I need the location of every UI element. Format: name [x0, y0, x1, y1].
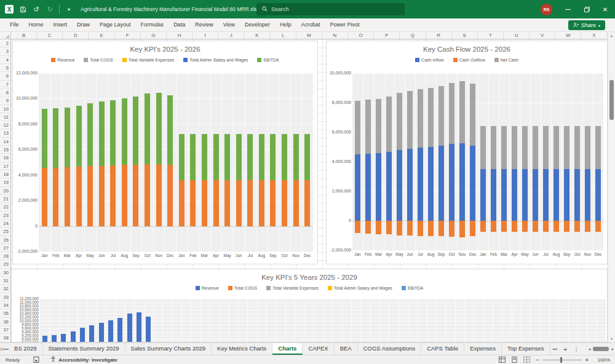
ribbon-tab-formulas[interactable]: Formulas: [136, 18, 169, 31]
ribbon-tab-draw[interactable]: Draw: [72, 18, 95, 31]
row-headers[interactable]: 2345678910111213141516171819202122232425…: [0, 39, 11, 342]
more-sheets-icon[interactable]: •••: [553, 347, 557, 351]
column-header-C[interactable]: C: [37, 32, 63, 39]
row-header-15[interactable]: 15: [0, 146, 10, 154]
column-header-E[interactable]: E: [89, 32, 114, 39]
column-header-Q[interactable]: Q: [400, 32, 426, 39]
sheet-tab-top-expenses[interactable]: Top Expenses: [502, 343, 550, 355]
row-header-23[interactable]: 23: [0, 212, 10, 220]
column-header-D[interactable]: D: [63, 32, 89, 39]
ribbon-tab-data[interactable]: Data: [169, 18, 190, 31]
save-icon[interactable]: [16, 0, 30, 18]
customize-toolbar-caret-icon[interactable]: ▾: [62, 0, 76, 18]
row-header-26[interactable]: 26: [0, 236, 10, 244]
row-header-19[interactable]: 19: [0, 178, 10, 186]
row-header-24[interactable]: 24: [0, 220, 10, 228]
sheet-tab-key-metrics-charts[interactable]: Key Metrics Charts: [212, 343, 272, 355]
normal-view-icon[interactable]: [499, 357, 506, 363]
scroll-right-icon[interactable]: ►: [611, 347, 614, 351]
column-header-T[interactable]: T: [478, 32, 504, 39]
sheet-tab-capex[interactable]: CAPEX: [303, 343, 334, 355]
ribbon-tab-file[interactable]: File: [5, 18, 24, 31]
row-header-22[interactable]: 22: [0, 203, 10, 211]
tab-menu-icon[interactable]: ⋮: [573, 346, 579, 352]
row-header-36[interactable]: 36: [0, 318, 10, 326]
undo-icon[interactable]: ↺: [30, 0, 43, 18]
column-header-F[interactable]: F: [115, 32, 141, 39]
close-button[interactable]: ✕: [596, 0, 614, 18]
row-header-10[interactable]: 10: [0, 105, 10, 113]
sheet-tab-bea[interactable]: BEA: [335, 343, 358, 355]
zoom-in-icon[interactable]: +: [585, 357, 589, 363]
ribbon-tab-acrobat[interactable]: Acrobat: [296, 18, 325, 31]
sheet-tab-cogs-assumptions[interactable]: COGS Assumptions: [358, 343, 421, 355]
row-header-2[interactable]: 2: [0, 39, 10, 47]
search-input[interactable]: Search: [256, 3, 405, 15]
ribbon-tab-insert[interactable]: Insert: [49, 18, 73, 31]
column-header-R[interactable]: R: [426, 32, 452, 39]
row-header-3[interactable]: 3: [0, 47, 10, 55]
column-header-I[interactable]: I: [192, 32, 218, 39]
vertical-scrollbar[interactable]: ▲ ▼: [608, 32, 615, 342]
sheet-tab-charts[interactable]: Charts: [272, 343, 303, 355]
column-header-N[interactable]: N: [322, 32, 348, 39]
share-button[interactable]: Share ▾: [568, 20, 605, 30]
column-header-W[interactable]: W: [555, 32, 581, 39]
row-header-33[interactable]: 33: [0, 293, 10, 301]
zoom-slider-track[interactable]: [542, 360, 582, 360]
ribbon-tab-review[interactable]: Review: [190, 18, 218, 31]
row-header-8[interactable]: 8: [0, 89, 10, 97]
chart-key-kpis-2025-2026[interactable]: Key KPI's 2025 - 2026 RevenueTotal COGST…: [12, 41, 318, 264]
chart-key-cash-flow-2025-2026[interactable]: Key Cash Flow 2025 - 2026 Cash InflowCas…: [326, 41, 608, 264]
zoom-out-icon[interactable]: −: [536, 357, 539, 363]
scroll-left-icon[interactable]: ◄: [587, 347, 591, 351]
row-header-5[interactable]: 5: [0, 64, 10, 72]
row-header-7[interactable]: 7: [0, 81, 10, 89]
column-header-L[interactable]: L: [271, 32, 296, 39]
row-header-11[interactable]: 11: [0, 113, 10, 121]
redo-icon[interactable]: ↻: [43, 0, 57, 18]
macro-record-icon[interactable]: [33, 357, 39, 363]
row-header-21[interactable]: 21: [0, 195, 10, 203]
avatar[interactable]: RS: [541, 4, 552, 15]
add-sheet-icon[interactable]: +: [563, 346, 567, 353]
row-header-18[interactable]: 18: [0, 170, 10, 178]
row-header-14[interactable]: 14: [0, 138, 10, 146]
column-header-X[interactable]: X: [581, 32, 607, 39]
sheet-tab-list-icon[interactable]: •••: [4, 343, 9, 355]
column-header-S[interactable]: S: [452, 32, 478, 39]
column-header-K[interactable]: K: [244, 32, 270, 39]
zoom-level[interactable]: 100%: [594, 357, 610, 363]
row-header-4[interactable]: 4: [0, 56, 10, 64]
ribbon-tab-help[interactable]: Help: [275, 18, 296, 31]
sheet-tab-statements-summary-2029[interactable]: Statements Summary 2029: [43, 343, 125, 355]
restore-button[interactable]: [577, 0, 596, 18]
sheet-tab-expenses[interactable]: Expenses: [464, 343, 502, 355]
column-header-U[interactable]: U: [504, 32, 530, 39]
sheet-tab-caps-table[interactable]: CAPS Table: [421, 343, 464, 355]
row-header-32[interactable]: 32: [0, 285, 10, 293]
ribbon-tab-home[interactable]: Home: [24, 18, 49, 31]
column-header-V[interactable]: V: [530, 32, 555, 39]
row-header-16[interactable]: 16: [0, 154, 10, 162]
row-header-35[interactable]: 35: [0, 309, 10, 317]
row-header-9[interactable]: 9: [0, 97, 10, 105]
column-header-P[interactable]: P: [374, 32, 400, 39]
column-header-B[interactable]: B: [11, 32, 37, 39]
zoom-slider[interactable]: − +: [536, 357, 589, 363]
row-header-29[interactable]: 29: [0, 260, 10, 268]
column-header-J[interactable]: J: [218, 32, 244, 39]
row-header-31[interactable]: 31: [0, 277, 10, 285]
ribbon-tab-power-pivot[interactable]: Power Pivot: [325, 18, 365, 31]
row-header-28[interactable]: 28: [0, 252, 10, 260]
row-header-25[interactable]: 25: [0, 228, 10, 235]
row-header-34[interactable]: 34: [0, 301, 10, 309]
column-header-O[interactable]: O: [348, 32, 374, 39]
row-header-30[interactable]: 30: [0, 269, 10, 277]
row-header-12[interactable]: 12: [0, 121, 10, 129]
row-header-27[interactable]: 27: [0, 244, 10, 252]
ribbon-tab-developer[interactable]: Developer: [240, 18, 275, 31]
scroll-up-icon[interactable]: ▲: [608, 32, 615, 39]
column-header-G[interactable]: G: [141, 32, 167, 39]
column-header-H[interactable]: H: [167, 32, 192, 39]
